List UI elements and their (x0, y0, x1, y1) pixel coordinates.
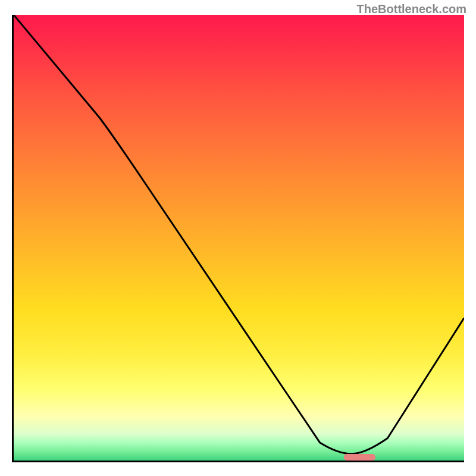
optimal-marker (344, 454, 375, 461)
chart-area (12, 15, 464, 462)
watermark-text: TheBottleneck.com (357, 2, 466, 16)
curve-line (14, 15, 464, 461)
